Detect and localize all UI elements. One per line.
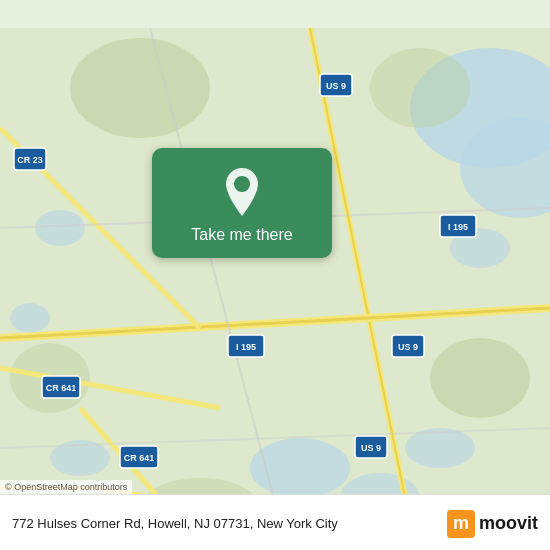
svg-text:US 9: US 9 xyxy=(326,81,346,91)
info-bar: 772 Hulses Corner Rd, Howell, NJ 07731, … xyxy=(0,494,550,550)
svg-text:US 9: US 9 xyxy=(398,342,418,352)
take-me-there-button[interactable]: Take me there xyxy=(152,148,332,258)
svg-point-13 xyxy=(430,338,530,418)
map-background: US 9 CR 23 I 195 I 195 US 9 CR 641 CR 64… xyxy=(0,0,550,550)
take-me-there-label: Take me there xyxy=(191,226,292,244)
svg-text:CR 641: CR 641 xyxy=(46,383,77,393)
svg-point-11 xyxy=(370,48,470,128)
attribution-text: © OpenStreetMap contributors xyxy=(5,482,127,492)
svg-point-8 xyxy=(10,303,50,333)
svg-text:CR 23: CR 23 xyxy=(17,155,43,165)
svg-text:I 195: I 195 xyxy=(236,342,256,352)
svg-point-10 xyxy=(70,38,210,138)
svg-point-7 xyxy=(35,210,85,246)
take-me-there-container[interactable]: Take me there xyxy=(152,148,332,258)
address-text: 772 Hulses Corner Rd, Howell, NJ 07731, … xyxy=(12,516,447,531)
svg-point-49 xyxy=(234,176,250,192)
moovit-logo-text: moovit xyxy=(479,513,538,534)
svg-text:US 9: US 9 xyxy=(361,443,381,453)
moovit-logo-icon: m xyxy=(447,510,475,538)
osm-attribution: © OpenStreetMap contributors xyxy=(0,480,132,494)
location-pin-icon xyxy=(220,166,264,218)
svg-text:CR 641: CR 641 xyxy=(124,453,155,463)
moovit-logo: m moovit xyxy=(447,510,538,538)
map-container: US 9 CR 23 I 195 I 195 US 9 CR 641 CR 64… xyxy=(0,0,550,550)
svg-point-6 xyxy=(405,428,475,468)
svg-text:I 195: I 195 xyxy=(448,222,468,232)
